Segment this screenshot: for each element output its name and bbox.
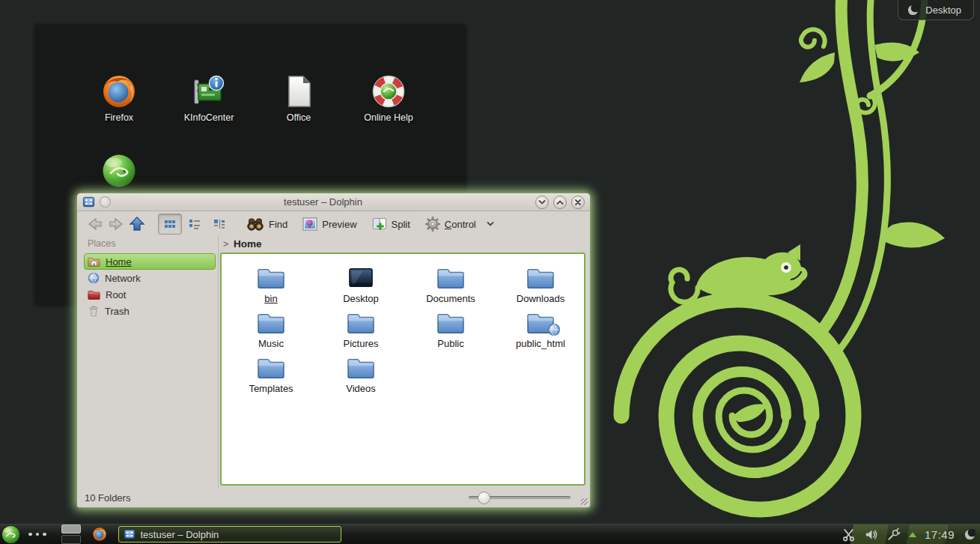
zoom-slider[interactable] [469,496,570,499]
split-button[interactable]: Split [372,217,410,232]
zoom-slider-handle[interactable] [478,492,490,504]
details-view-button[interactable] [183,214,207,235]
desktop-screen-icon [347,266,375,290]
task-button-dolphin[interactable]: testuser – Dolphin [118,526,341,543]
find-label: Find [269,219,287,230]
folder-icon [347,311,375,335]
up-button[interactable] [127,215,147,233]
folder-item-desktop[interactable]: Desktop [320,265,402,304]
folder-item-pictures[interactable]: Pictures [320,309,402,349]
back-button[interactable] [85,215,106,233]
office-document-icon [281,73,317,109]
forward-arrow-icon [108,217,124,232]
kinfocenter-icon [191,73,227,109]
panel-cashew-button[interactable] [964,529,976,540]
place-label: Trash [105,306,130,317]
titlebar-menu-button[interactable] [100,196,111,208]
place-root[interactable]: Root [84,286,216,303]
tray-expander-icon[interactable] [909,532,916,537]
preview-button[interactable]: Preview [302,217,356,232]
close-button[interactable] [571,196,585,209]
folder-item-downloads[interactable]: Downloads [499,265,582,304]
firefox-icon [92,527,107,542]
pager-desktop-1[interactable] [61,525,81,534]
columns-view-button[interactable] [207,214,231,235]
split-view-icon [372,217,387,232]
lifebuoy-icon [371,73,407,109]
icons-view-button[interactable] [158,214,182,235]
dolphin-app-icon[interactable] [82,196,95,208]
file-view[interactable]: bin Desktop Documents Downloads Music [220,253,585,486]
folder-icon [257,266,285,290]
preview-label: Preview [322,219,356,230]
split-label: Split [392,219,410,230]
pager-desktop-2[interactable] [61,535,81,544]
dolphin-app-icon [124,528,136,540]
activity-dots-icon[interactable] [28,533,46,537]
gear-icon [425,217,440,232]
status-text: 10 Folders [85,492,130,504]
binoculars-icon [246,217,264,232]
folder-icon [347,356,375,380]
place-network[interactable]: Network [84,270,216,286]
firefox-launcher-button[interactable] [92,527,107,542]
clipboard-scissors-icon[interactable] [841,528,856,542]
dolphin-window: testuser – Dolphin Find Preview Split Co… [77,193,590,507]
place-label: Home [106,256,132,268]
up-arrow-icon [129,216,145,232]
window-content: Places Home Network Root Trash > Home [77,235,590,488]
folder-item-public-html[interactable]: public_html [499,309,582,349]
taskbar-panel: testuser – Dolphin 17:49 [0,524,980,544]
control-label: Control [445,219,476,230]
places-panel: Places Home Network Root Trash [82,235,219,488]
task-button-label: testuser – Dolphin [141,529,219,540]
maximize-button[interactable] [553,196,567,209]
desktop-icon-label: Office [263,112,335,123]
desktop-icon-kinfocenter[interactable]: KInfoCenter [173,72,245,123]
volume-icon[interactable] [864,528,878,542]
toolbar: Find Preview Split Control [77,211,590,237]
breadcrumb-arrow-icon: > [223,239,228,250]
kickoff-launcher-button[interactable] [1,525,20,544]
red-folder-icon [88,289,100,300]
titlebar[interactable]: testuser – Dolphin [77,193,590,211]
folder-item-videos[interactable]: Videos [320,354,402,394]
desktop-toolbox[interactable]: Desktop [898,0,974,20]
folder-icon [436,266,465,290]
folder-icon [257,356,285,380]
place-label: Network [105,273,141,284]
status-bar: 10 Folders [77,488,590,507]
home-folder-icon [88,256,100,268]
folder-item-documents[interactable]: Documents [410,265,492,304]
clock[interactable]: 17:49 [925,528,955,541]
desktop-pager[interactable] [61,525,81,544]
folder-item-templates[interactable]: Templates [230,354,312,394]
desktop-icon-online-help[interactable]: Online Help [353,72,424,123]
cashew-icon [907,4,919,16]
resize-grip[interactable] [581,498,588,505]
folder-item-public[interactable]: Public [410,309,492,349]
desktop-icon-label: Online Help [353,112,424,123]
place-home[interactable]: Home [84,253,216,270]
desktop-icon-firefox[interactable]: Firefox [83,72,155,123]
breadcrumb[interactable]: > Home [219,235,586,253]
desktop-icon-office[interactable]: Office [263,72,335,123]
folder-item-bin[interactable]: bin [230,265,312,304]
desktop-icon-label: KInfoCenter [173,112,245,123]
find-button[interactable]: Find [246,217,287,232]
forward-button[interactable] [106,215,127,233]
folder-icon [436,311,465,335]
place-trash[interactable]: Trash [84,303,216,319]
view-mode-group [158,214,231,235]
cashew-icon [964,529,976,540]
desktop-toolbox-label: Desktop [925,4,961,16]
breadcrumb-current[interactable]: Home [234,238,262,250]
folder-item-music[interactable]: Music [230,309,312,349]
network-globe-icon [88,272,100,284]
minimize-button[interactable] [535,196,549,209]
device-notifier-icon[interactable] [886,528,901,542]
system-tray: 17:49 [841,528,980,542]
control-button[interactable]: Control [425,217,494,232]
place-label: Root [106,289,126,300]
columns-view-icon [213,218,226,230]
